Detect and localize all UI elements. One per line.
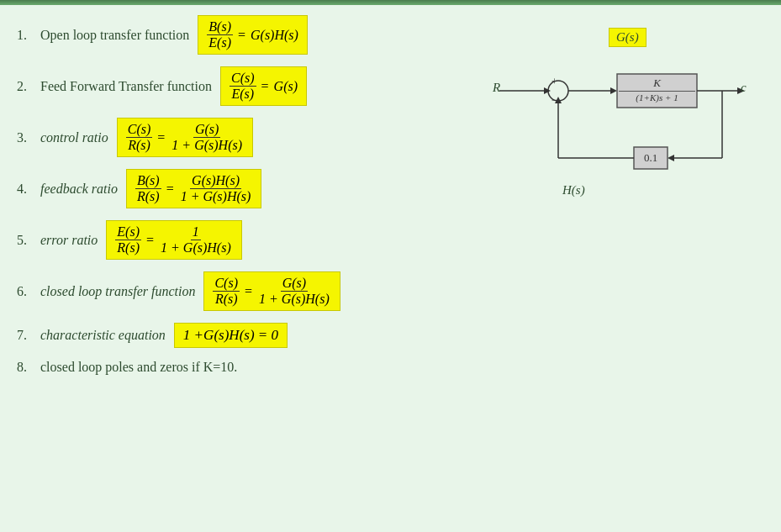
svg-text:−: − — [551, 94, 557, 106]
item-label: closed loop poles and zeros if K=10. — [40, 360, 237, 375]
item-label: closed loop transfer function — [40, 284, 195, 299]
formula: B(s) R(s) = G(s)H(s) 1 + G(s)H(s) — [126, 169, 261, 208]
item-number: 2. — [17, 79, 40, 94]
input-label: R — [493, 81, 500, 95]
item-label: characteristic equation — [40, 328, 166, 343]
list-item: 1. Open loop transfer function B(s) E(s)… — [17, 15, 470, 55]
item-label: error ratio — [40, 233, 98, 248]
item-label: control ratio — [40, 130, 108, 145]
item-number: 7. — [17, 328, 40, 343]
transfer-block: K (1+K)s + 1 — [619, 76, 695, 103]
list-item: 7. characteristic equation 1 + G(s)H(s) … — [17, 323, 470, 348]
formula: C(s) R(s) = G(s) 1 + G(s)H(s) — [117, 118, 253, 157]
svg-text:+: + — [551, 76, 557, 87]
svg-marker-1 — [544, 87, 551, 94]
item-label: feedback ratio — [40, 182, 118, 197]
list-item: 6. closed loop transfer function C(s) R(… — [17, 271, 470, 311]
item-number: 3. — [17, 130, 40, 145]
output-label: c — [741, 81, 747, 95]
list-item: 5. error ratio E(s) R(s) = 1 1 + G(s)H(s… — [17, 220, 470, 260]
svg-marker-12 — [668, 155, 674, 161]
left-panel: 1. Open loop transfer function B(s) E(s)… — [17, 15, 478, 387]
feedback-block: 0.1 — [636, 151, 666, 165]
item-number: 1. — [17, 28, 40, 43]
formula: B(s) E(s) = G(s)H(s) — [198, 15, 308, 55]
svg-marker-6 — [610, 87, 617, 94]
hs-label: H(s) — [562, 183, 585, 198]
formula: 1 + G(s)H(s) = 0 — [174, 323, 288, 348]
list-item: 8. closed loop poles and zeros if K=10. — [17, 360, 470, 375]
item-number: 4. — [17, 182, 40, 197]
formula: C(s) R(s) = G(s) 1 + G(s)H(s) — [203, 271, 340, 311]
list-item: 4. feedback ratio B(s) R(s) = G(s)H(s) 1… — [17, 169, 470, 208]
formula: C(s) E(s) = G(s) — [220, 66, 307, 106]
item-number: 5. — [17, 233, 40, 248]
item-label: Open loop transfer function — [40, 28, 189, 43]
item-number: 6. — [17, 284, 40, 299]
circuit-diagram: G(s) + − — [478, 15, 764, 387]
list-item: 2. Feed Forward Transfer function C(s) E… — [17, 66, 470, 106]
item-label: Feed Forward Transfer function — [40, 79, 212, 94]
list-item: 3. control ratio C(s) R(s) = G(s) 1 + G(… — [17, 118, 470, 157]
formula: E(s) R(s) = 1 1 + G(s)H(s) — [106, 220, 241, 260]
circuit-svg: + − — [491, 28, 752, 213]
item-number: 8. — [17, 360, 40, 375]
